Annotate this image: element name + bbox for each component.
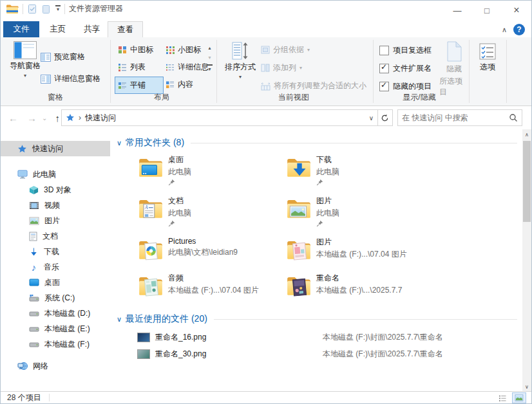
- tab-share[interactable]: 共享: [75, 21, 109, 37]
- pin-icon: [316, 220, 323, 227]
- folder-tile-pictures-f[interactable]: 图片 本地磁盘 (F:)...\07.04 图片: [285, 236, 430, 263]
- sidebar-item-pictures[interactable]: 图片: [1, 213, 110, 228]
- quick-access-star-icon: [66, 113, 75, 122]
- help-icon[interactable]: ?: [513, 24, 525, 35]
- search-input[interactable]: [398, 113, 509, 122]
- preview-pane-button[interactable]: 预览窗格: [41, 51, 85, 62]
- sidebar-item-network[interactable]: 网络: [1, 358, 110, 374]
- view-small-icons[interactable]: 小图标: [163, 42, 204, 58]
- scrollbar-down-icon[interactable]: ∨: [522, 381, 531, 392]
- hide-selected-icon: [445, 41, 463, 62]
- details-pane-button[interactable]: 详细信息窗格: [41, 73, 100, 84]
- vertical-scrollbar[interactable]: ∧ ∨: [522, 129, 531, 392]
- tile-name: 重命名: [316, 273, 402, 284]
- more-layouts-icon[interactable]: ▾: [207, 64, 213, 72]
- hidden-items-toggle[interactable]: 隐藏的项目: [379, 81, 432, 92]
- scrollbar-thumb[interactable]: [523, 141, 531, 222]
- checkbox-checked-icon[interactable]: [379, 82, 389, 91]
- view-details[interactable]: 详细信息: [163, 59, 211, 75]
- up-icon[interactable]: ↑: [55, 113, 60, 124]
- tile-name: 文档: [168, 196, 191, 207]
- folder-documents-icon: A: [137, 195, 164, 222]
- tile-name: 图片: [316, 237, 407, 248]
- collapse-ribbon-icon[interactable]: ∧: [502, 26, 507, 34]
- tab-home[interactable]: 主页: [41, 21, 75, 37]
- scrollbar-up-icon[interactable]: ∧: [522, 129, 531, 140]
- checkbox-checked-icon[interactable]: [379, 64, 389, 73]
- address-dropdown-icon[interactable]: ∨: [369, 115, 374, 122]
- sidebar-item-3d-objects[interactable]: 3D 对象: [1, 182, 110, 197]
- drive-icon: [29, 340, 39, 348]
- scroll-down-icon[interactable]: ▾: [208, 55, 211, 60]
- refresh-button[interactable]: [377, 109, 393, 126]
- folder-tile-pictures[interactable]: 图片 此电脑: [285, 195, 430, 227]
- section-recent-files[interactable]: ∨ 最近使用的文件 (20): [117, 313, 517, 325]
- forward-icon[interactable]: →: [27, 113, 37, 124]
- view-content[interactable]: 内容: [163, 77, 196, 93]
- folder-tile-documents[interactable]: A 文档 此电脑: [137, 195, 282, 227]
- document-icon: [29, 232, 37, 241]
- tile-location: 此电脑\文档\leidian9: [168, 247, 238, 258]
- sidebar-item-quick-access[interactable]: 快速访问: [1, 141, 110, 156]
- close-button[interactable]: ×: [502, 1, 531, 20]
- recent-file-row[interactable]: 重命名_30.png 本地磁盘 (F:)\封面\2025.7.7\重命名: [137, 345, 522, 362]
- qat-properties-icon[interactable]: [27, 4, 37, 14]
- window-title: 文件资源管理器: [69, 3, 123, 14]
- file-extensions-toggle[interactable]: 文件扩展名: [379, 63, 432, 74]
- folder-tile-pictures-leidian[interactable]: Pictures 此电脑\文档\leidian9: [137, 236, 282, 263]
- sidebar-item-drive-e[interactable]: 本地磁盘 (E:): [1, 321, 110, 336]
- section-collapse-icon[interactable]: ∨: [117, 139, 122, 147]
- sidebar-item-music[interactable]: ♪ 音乐: [1, 259, 110, 275]
- section-collapse-icon[interactable]: ∨: [117, 315, 122, 324]
- qat-customize-dropdown-icon[interactable]: ▾: [55, 5, 61, 12]
- thumbnail-view-toggle[interactable]: [512, 392, 526, 403]
- sidebar-item-videos[interactable]: 视频: [1, 197, 110, 213]
- details-view-toggle[interactable]: [495, 392, 509, 403]
- maximize-button[interactable]: □: [472, 1, 502, 20]
- layout-scroll-arrows[interactable]: ▴ ▾ ▾: [207, 45, 213, 72]
- folder-desktop-icon: [137, 154, 164, 181]
- view-medium-icons[interactable]: 中图标: [115, 42, 156, 58]
- item-checkboxes-toggle[interactable]: 项目复选框: [379, 45, 432, 56]
- folder-tile-desktop[interactable]: 桌面 此电脑: [137, 154, 282, 186]
- status-divider: [49, 394, 50, 401]
- breadcrumb-separator: ›: [79, 113, 81, 122]
- chevron-down-icon: ▾: [24, 73, 26, 78]
- navigation-pane: 快速访问 此电脑 3D 对象 视频 图片 文档 下载 ♪ 音乐: [1, 129, 110, 392]
- search-box[interactable]: [397, 109, 522, 126]
- breadcrumb[interactable]: › 快速访问 ∨: [61, 109, 378, 126]
- view-tiles[interactable]: 平铺: [115, 77, 164, 94]
- tab-file[interactable]: 文件: [3, 21, 39, 37]
- sidebar-item-documents[interactable]: 文档: [1, 228, 110, 244]
- folder-tile-rename[interactable]: 重命名 本地磁盘 (F:)\...\2025.7.7: [285, 272, 430, 299]
- section-frequent-folders[interactable]: ∨ 常用文件夹 (8): [117, 137, 517, 149]
- checkbox-unchecked-icon[interactable]: [379, 46, 389, 55]
- recent-locations-icon[interactable]: ⌄: [42, 115, 47, 122]
- qat-new-folder-icon[interactable]: [41, 4, 52, 14]
- sidebar-item-drive-d[interactable]: 本地磁盘 (D:): [1, 306, 110, 321]
- breadcrumb-location[interactable]: 快速访问: [85, 113, 116, 124]
- tile-name: Pictures: [168, 237, 238, 246]
- tab-view[interactable]: 查看: [108, 21, 143, 38]
- scroll-up-icon[interactable]: ▴: [208, 45, 211, 51]
- folder-tile-audio[interactable]: 音频 本地磁盘 (F:)...\07.04 图片: [137, 272, 282, 299]
- view-list[interactable]: 列表: [115, 59, 148, 75]
- sidebar-item-this-pc[interactable]: 此电脑: [1, 167, 110, 182]
- statusbar: 28 个项目: [1, 391, 531, 403]
- back-icon[interactable]: ←: [8, 113, 18, 124]
- recent-file-row[interactable]: 重命名_16.png 本地磁盘 (F:)\封面\2025.7.7\重命名: [137, 329, 522, 345]
- picture-icon: [29, 217, 39, 225]
- minimize-button[interactable]: —: [442, 1, 472, 20]
- star-icon: [17, 144, 27, 154]
- sidebar-item-drive-f[interactable]: 本地磁盘 (F:): [1, 336, 110, 352]
- folder-tile-downloads[interactable]: 下载 此电脑: [285, 154, 430, 186]
- qat-separator: [23, 4, 23, 14]
- options-button[interactable]: 选项: [473, 42, 502, 73]
- sidebar-item-desktop[interactable]: 桌面: [1, 275, 110, 290]
- tile-location: 此电脑: [316, 208, 339, 219]
- sidebar-item-downloads[interactable]: 下载: [1, 244, 110, 259]
- sidebar-item-drive-c[interactable]: 系统 (C:): [1, 290, 110, 306]
- details-icon: [166, 63, 175, 71]
- sort-by-button[interactable]: 排序方式 ▾: [223, 41, 257, 80]
- navigation-pane-button[interactable]: 导航窗格 ▾: [7, 41, 43, 78]
